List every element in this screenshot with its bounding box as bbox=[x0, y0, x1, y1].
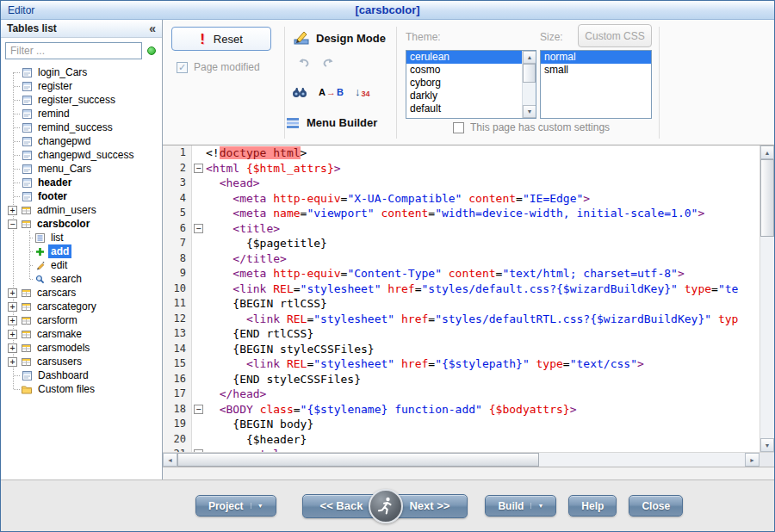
code-line[interactable]: 5 <meta name="viewport" content="width=d… bbox=[163, 206, 760, 221]
goto-line-icon[interactable]: ↓34 bbox=[355, 85, 370, 98]
undo-icon[interactable] bbox=[297, 58, 311, 68]
code-line[interactable]: 11 {BEGIN rtlCSS} bbox=[163, 296, 760, 312]
tree-item-changepwd-success[interactable]: changepwd_success bbox=[1, 148, 162, 162]
code-line[interactable]: 1<!doctype html> bbox=[163, 145, 760, 161]
code-line[interactable]: 17 </head> bbox=[163, 387, 760, 402]
scroll-up-icon[interactable]: ▲ bbox=[760, 145, 774, 159]
tree-item-remind-success[interactable]: remind_success bbox=[1, 121, 162, 134]
reset-button[interactable]: ! Reset bbox=[171, 27, 271, 51]
project-button[interactable]: Project ▼ bbox=[195, 495, 276, 517]
code-line[interactable]: 10 <link REL="stylesheet" href="styles/d… bbox=[163, 281, 760, 297]
build-button[interactable]: Build ▼ bbox=[485, 495, 556, 517]
custom-settings-checkbox[interactable]: This page has custom settings bbox=[453, 121, 610, 133]
tree-item-login-cars[interactable]: login_Cars bbox=[1, 65, 162, 79]
theme-list-scrollbar[interactable]: ▲ ▼ bbox=[522, 51, 536, 118]
code-line[interactable]: 14 {BEGIN styleCSSFiles} bbox=[163, 342, 760, 357]
expand-node-icon[interactable]: + bbox=[8, 343, 17, 353]
code-line[interactable]: 2−<html {$html_attrs}> bbox=[163, 161, 760, 176]
code-line[interactable]: 19 {BEGIN body} bbox=[163, 417, 760, 432]
tree-item-register[interactable]: register bbox=[1, 79, 162, 93]
close-button[interactable]: Close bbox=[629, 495, 683, 517]
vscroll-thumb[interactable] bbox=[760, 159, 774, 237]
theme-option-cosmo[interactable]: cosmo bbox=[406, 64, 522, 77]
tree-item-carsmodels[interactable]: +carsmodels bbox=[1, 341, 162, 355]
theme-option-default[interactable]: default bbox=[406, 102, 522, 115]
tree-item-carscars[interactable]: +carscars bbox=[1, 286, 162, 300]
code-line[interactable]: 7 {$pagetitle} bbox=[163, 236, 760, 251]
collapse-panel-icon[interactable]: « bbox=[149, 22, 156, 34]
code-editor-body[interactable]: 1<!doctype html>2−<html {$html_attrs}>3 … bbox=[163, 145, 774, 452]
tree-item-changepwd[interactable]: changepwd bbox=[1, 134, 162, 148]
tree-item-register-success[interactable]: register_success bbox=[1, 93, 162, 107]
page-modified-checkbox[interactable]: ✓ Page modified bbox=[177, 61, 260, 73]
find-icon[interactable] bbox=[292, 86, 307, 98]
scroll-down-icon[interactable]: ▼ bbox=[523, 105, 536, 118]
code-line[interactable]: 3 <head> bbox=[163, 176, 760, 191]
tree-item-header[interactable]: header bbox=[1, 176, 162, 189]
tree-item-remind[interactable]: remind bbox=[1, 107, 162, 121]
theme-listbox[interactable]: ceruleancosmocyborgdarklydefault ▲ ▼ bbox=[406, 50, 536, 119]
tree-item-carscategory[interactable]: +carscategory bbox=[1, 300, 162, 313]
tree-item-search[interactable]: search bbox=[1, 272, 162, 286]
editor-horizontal-scrollbar[interactable]: ◄ ► bbox=[163, 452, 774, 467]
line-number: 16 bbox=[163, 372, 192, 387]
scroll-left-icon[interactable]: ◄ bbox=[163, 453, 177, 467]
theme-option-darkly[interactable]: darkly bbox=[406, 90, 522, 102]
code-text: <link REL="stylesheet" href="styles/defa… bbox=[206, 312, 760, 327]
tree-item-carsbcolor[interactable]: −carsbcolor bbox=[1, 217, 162, 231]
expand-node-icon[interactable]: + bbox=[8, 316, 17, 325]
fold-column bbox=[192, 312, 206, 327]
expand-node-icon[interactable]: + bbox=[8, 302, 17, 312]
theme-option-cyborg[interactable]: cyborg bbox=[406, 77, 522, 90]
custom-css-button[interactable]: Custom CSS bbox=[578, 24, 652, 47]
tree-item-add[interactable]: add bbox=[1, 244, 162, 258]
redo-icon[interactable] bbox=[321, 58, 335, 68]
tree-item-custom-files[interactable]: Custom files bbox=[1, 382, 162, 396]
expand-node-icon[interactable]: + bbox=[8, 330, 17, 339]
expand-node-icon[interactable]: + bbox=[8, 288, 17, 298]
tree-item-list[interactable]: list bbox=[1, 231, 162, 244]
scroll-up-icon[interactable]: ▲ bbox=[523, 51, 536, 64]
code-line[interactable]: 13 {END rtlCSS} bbox=[163, 326, 760, 342]
size-listbox[interactable]: normalsmall bbox=[540, 50, 652, 119]
scroll-right-icon[interactable]: ► bbox=[745, 453, 760, 467]
expand-node-icon[interactable]: + bbox=[8, 206, 17, 215]
scroll-thumb[interactable] bbox=[523, 64, 536, 83]
replace-icon[interactable]: A→B bbox=[319, 87, 344, 97]
code-line[interactable]: 8 </title> bbox=[163, 251, 760, 267]
tree-item-menu-cars[interactable]: menu_Cars bbox=[1, 162, 162, 176]
tree-item-carsusers[interactable]: +carsusers bbox=[1, 355, 162, 368]
design-mode-button[interactable]: Design Mode bbox=[294, 30, 386, 46]
scroll-down-icon[interactable]: ▼ bbox=[760, 438, 774, 452]
expand-node-icon[interactable]: + bbox=[8, 357, 17, 367]
menu-builder-button[interactable]: Menu Builder bbox=[286, 116, 377, 129]
size-option-normal[interactable]: normal bbox=[541, 51, 651, 64]
code-line[interactable]: 9 <meta http-equiv="Content-Type" conten… bbox=[163, 266, 760, 281]
tree-item-edit[interactable]: edit bbox=[1, 258, 162, 272]
code-line[interactable]: 4 <meta http-equiv="X-UA-Compatible" con… bbox=[163, 191, 760, 207]
tree-item-carsform[interactable]: +carsform bbox=[1, 313, 162, 327]
editor-vertical-scrollbar[interactable]: ▲ ▼ bbox=[760, 145, 774, 452]
collapse-fold-icon[interactable]: − bbox=[194, 164, 203, 173]
help-button[interactable]: Help bbox=[568, 495, 617, 517]
size-option-small[interactable]: small bbox=[541, 64, 651, 77]
filter-input[interactable] bbox=[5, 42, 142, 59]
code-line[interactable]: 16 {END styleCSSFiles} bbox=[163, 372, 760, 387]
collapse-node-icon[interactable]: − bbox=[8, 220, 17, 229]
theme-option-cerulean[interactable]: cerulean bbox=[406, 51, 522, 64]
tree-item-admin-users[interactable]: +admin_users bbox=[1, 203, 162, 217]
collapse-fold-icon[interactable]: − bbox=[194, 405, 203, 414]
run-app-icon[interactable] bbox=[369, 489, 403, 523]
code-editor[interactable]: 1<!doctype html>2−<html {$html_attrs}>3 … bbox=[163, 145, 774, 467]
code-line[interactable]: 18− <BODY class="{$stylename} function-a… bbox=[163, 402, 760, 418]
code-line[interactable]: 6− <title> bbox=[163, 221, 760, 237]
code-line[interactable]: 12 <link REL="stylesheet" href="styles/d… bbox=[163, 312, 760, 327]
code-line[interactable]: 20 {$header} bbox=[163, 432, 760, 448]
tree-item-dashboard[interactable]: Dashboard bbox=[1, 368, 162, 382]
hscroll-thumb[interactable] bbox=[177, 453, 539, 467]
code-line[interactable]: 15 <link REL="stylesheet" href="{$stylep… bbox=[163, 356, 760, 372]
collapse-fold-icon[interactable]: − bbox=[194, 224, 203, 233]
tree-item-carsmake[interactable]: +carsmake bbox=[1, 327, 162, 341]
code-lines[interactable]: 1<!doctype html>2−<html {$html_attrs}>3 … bbox=[163, 145, 760, 452]
tree-item-footer[interactable]: footer bbox=[1, 189, 162, 203]
